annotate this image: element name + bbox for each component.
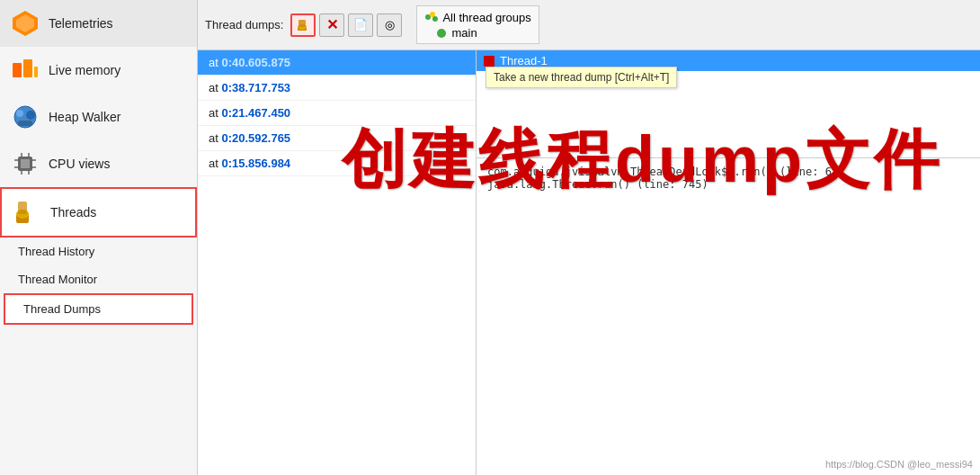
sidebar-sub-item-thread-monitor[interactable]: Thread Monitor bbox=[0, 265, 197, 293]
thread-detail-code: com.atguigu.jvisualvm.ThreadDeadLock$2.r… bbox=[477, 158, 980, 475]
save-icon: 📄 bbox=[353, 18, 368, 31]
main-content: Thread dumps: ✕ 📄 ◎ All bbox=[198, 0, 980, 475]
toolbar-tooltip: Take a new thread dump [Ctrl+Alt+T] bbox=[486, 67, 677, 88]
main-group-item[interactable]: main bbox=[424, 26, 530, 40]
svg-point-27 bbox=[432, 16, 438, 22]
compare-icon: ◎ bbox=[385, 18, 395, 31]
telemetry-icon bbox=[11, 9, 40, 38]
thread-detail-panel: Thread-1 com.atguigu.jvisualvm.ThreadDea… bbox=[477, 50, 980, 475]
dump-item-1[interactable]: at 0:40.605.875 bbox=[198, 50, 476, 76]
stack-line-2: java.lang.Thread.run() (line: 745) bbox=[487, 178, 969, 191]
dump-item-4[interactable]: at 0:20.592.765 bbox=[198, 126, 476, 151]
svg-point-28 bbox=[437, 29, 446, 38]
dump-item-2[interactable]: at 0:38.717.753 bbox=[198, 76, 476, 101]
svg-point-6 bbox=[16, 110, 23, 117]
cpu-icon bbox=[11, 149, 40, 178]
dump-item-5[interactable]: at 0:15.856.984 bbox=[198, 151, 476, 176]
dumps-list-panel: at 0:40.605.875 at 0:38.717.753 at 0:21.… bbox=[198, 50, 477, 475]
delete-dump-button[interactable]: ✕ bbox=[319, 13, 344, 37]
svg-point-26 bbox=[430, 12, 435, 17]
all-thread-groups-label: All thread groups bbox=[442, 11, 530, 24]
stack-line-1: com.atguigu.jvisualvm.ThreadDeadLock$2.r… bbox=[487, 166, 969, 178]
main-group-icon bbox=[435, 27, 448, 40]
dump-item-3[interactable]: at 0:21.467.450 bbox=[198, 101, 476, 126]
svg-point-7 bbox=[26, 111, 35, 120]
sidebar-item-live-memory-label: Live memory bbox=[49, 63, 120, 77]
sidebar-sub-item-thread-dumps[interactable]: Thread Dumps bbox=[4, 293, 193, 325]
svg-rect-10 bbox=[21, 159, 30, 168]
save-dump-button[interactable]: 📄 bbox=[348, 13, 373, 37]
sidebar-item-threads-label: Threads bbox=[50, 205, 96, 220]
sidebar-item-cpu-views[interactable]: CPU views bbox=[0, 140, 197, 187]
sidebar-item-threads[interactable]: Threads bbox=[0, 187, 197, 238]
thread-status-dot bbox=[484, 56, 494, 67]
sidebar-item-live-memory[interactable]: Live memory bbox=[0, 47, 197, 94]
svg-rect-2 bbox=[13, 63, 22, 77]
heap-walker-icon bbox=[11, 103, 40, 131]
all-thread-groups-item[interactable]: All thread groups bbox=[424, 10, 530, 24]
svg-rect-8 bbox=[18, 121, 32, 126]
thread-name: Thread-1 bbox=[500, 54, 548, 67]
live-memory-icon bbox=[11, 56, 40, 85]
delete-icon: ✕ bbox=[326, 16, 338, 33]
thread-dumps-toolbar: Thread dumps: ✕ 📄 ◎ All bbox=[198, 0, 980, 50]
content-area: at 0:40.605.875 at 0:38.717.753 at 0:21.… bbox=[198, 50, 980, 475]
thread-groups-icon bbox=[424, 10, 439, 24]
sidebar-item-telemetries[interactable]: Telemetries bbox=[0, 0, 197, 47]
thread-groups-panel: All thread groups main bbox=[416, 5, 539, 44]
sidebar-sub-item-thread-history[interactable]: Thread History bbox=[0, 238, 197, 265]
sidebar-item-heap-walker[interactable]: Heap Walker bbox=[0, 94, 197, 140]
toolbar-label: Thread dumps: bbox=[205, 18, 283, 31]
sidebar-item-heap-walker-label: Heap Walker bbox=[49, 110, 120, 124]
take-dump-button[interactable] bbox=[290, 13, 316, 37]
take-dump-icon bbox=[296, 18, 310, 32]
sidebar-item-telemetries-label: Telemetries bbox=[49, 16, 113, 31]
svg-rect-4 bbox=[34, 67, 38, 77]
main-group-label: main bbox=[451, 26, 477, 40]
sidebar-item-cpu-views-label: CPU views bbox=[49, 157, 110, 171]
svg-rect-3 bbox=[23, 59, 32, 77]
svg-point-25 bbox=[425, 14, 431, 20]
svg-rect-21 bbox=[18, 202, 27, 214]
sidebar: Telemetries Live memory Heap Walker bbox=[0, 0, 198, 475]
compare-dump-button[interactable]: ◎ bbox=[377, 13, 402, 37]
threads-icon bbox=[13, 198, 41, 227]
svg-rect-24 bbox=[298, 20, 306, 27]
